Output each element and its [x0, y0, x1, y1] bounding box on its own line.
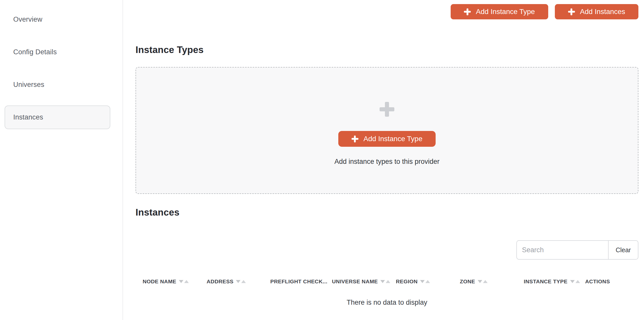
column-header-node-name[interactable]: NODE NAME	[143, 278, 207, 285]
sort-asc-icon	[184, 280, 189, 283]
plus-icon	[352, 136, 358, 142]
sidebar-item-label: Overview	[13, 16, 42, 23]
sort-icon	[236, 280, 246, 283]
instance-types-empty-state: Add Instance Type Add instance types to …	[136, 67, 638, 194]
sort-desc-icon	[570, 280, 575, 283]
add-instance-type-button-label: Add Instance Type	[476, 8, 535, 16]
sidebar-item-instances[interactable]: Instances	[5, 105, 110, 129]
sort-desc-icon	[179, 280, 183, 283]
plus-icon	[464, 8, 471, 15]
column-header-instance-type[interactable]: INSTANCE TYPE	[524, 278, 585, 285]
sort-icon	[478, 280, 488, 283]
sort-icon	[420, 280, 430, 283]
sidebar-nav: Overview Config Details Universes Instan…	[0, 0, 123, 129]
sort-asc-icon	[425, 280, 430, 283]
empty-state-caption: Add instance types to this provider	[334, 158, 440, 166]
add-instance-type-button[interactable]: Add Instance Type	[451, 4, 548, 19]
add-instances-button-label: Add Instances	[580, 8, 625, 16]
sidebar-item-config-details[interactable]: Config Details	[5, 40, 110, 64]
sort-asc-icon	[483, 280, 488, 283]
sort-asc-icon	[386, 280, 390, 283]
column-header-zone[interactable]: ZONE	[460, 278, 524, 285]
search-input[interactable]	[516, 240, 608, 260]
empty-state-add-instance-type-label: Add Instance Type	[364, 135, 422, 143]
sidebar-item-label: Instances	[13, 113, 43, 121]
plus-icon	[568, 8, 575, 15]
column-header-actions: ACTIONS	[585, 278, 613, 285]
sort-desc-icon	[478, 280, 482, 283]
search-row: Clear	[136, 240, 638, 260]
column-header-universe-name[interactable]: UNIVERSE NAME	[332, 278, 396, 285]
instances-section-title: Instances	[136, 208, 638, 217]
sidebar-item-label: Universes	[13, 81, 44, 89]
sort-icon	[179, 280, 189, 283]
sidebar-item-universes[interactable]: Universes	[5, 73, 110, 97]
provider-config-page: Overview Config Details Universes Instan…	[0, 0, 644, 320]
plus-icon-large-wrap	[380, 102, 394, 118]
sort-asc-icon	[241, 280, 246, 283]
sidebar-item-label: Config Details	[13, 48, 57, 56]
sort-asc-icon	[575, 280, 580, 283]
sidebar-item-overview[interactable]: Overview	[5, 8, 110, 31]
instances-table-header: NODE NAME ADDRESS PREFLIGHT CHECK... UNI…	[136, 278, 638, 285]
empty-state-add-instance-type-button[interactable]: Add Instance Type	[338, 131, 436, 147]
sort-desc-icon	[380, 280, 385, 283]
instance-types-section-title: Instance Types	[136, 45, 638, 55]
clear-search-button[interactable]: Clear	[608, 240, 638, 260]
sort-desc-icon	[236, 280, 240, 283]
table-empty-message: There is no data to display	[136, 299, 638, 306]
add-instances-button[interactable]: Add Instances	[555, 4, 638, 19]
sort-icon	[380, 280, 390, 283]
sidebar: Overview Config Details Universes Instan…	[0, 0, 123, 320]
sort-icon	[570, 280, 580, 283]
main-content: Add Instance Type Add Instances Instance…	[123, 0, 644, 320]
column-header-preflight-check: PREFLIGHT CHECK...	[270, 278, 332, 285]
sort-desc-icon	[420, 280, 425, 283]
search-group: Clear	[516, 240, 638, 260]
column-header-region[interactable]: REGION	[396, 278, 460, 285]
column-header-address[interactable]: ADDRESS	[207, 278, 270, 285]
plus-icon	[380, 102, 394, 117]
top-action-bar: Add Instance Type Add Instances	[136, 0, 638, 19]
